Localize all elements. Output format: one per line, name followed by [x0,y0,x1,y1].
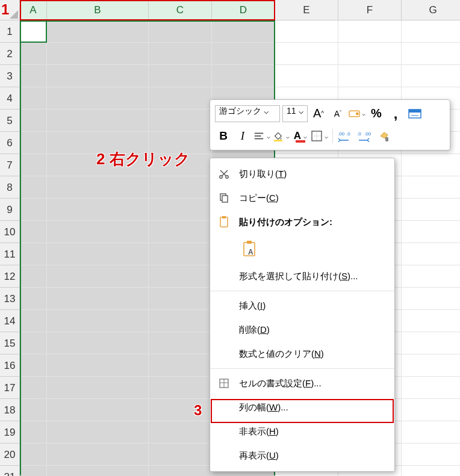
cell-B8[interactable] [47,176,149,199]
cell-C7[interactable] [149,154,212,176]
menu-copy[interactable]: コピー(C) [210,186,394,210]
cell-D2[interactable] [212,43,275,65]
cell-B2[interactable] [47,43,149,65]
row-header-19[interactable]: 19 [0,421,20,444]
cell-B1[interactable] [47,20,149,43]
cell-B18[interactable] [47,399,149,421]
font-size-select[interactable]: 11⌵ [282,105,308,122]
cell-A16[interactable] [20,354,47,377]
menu-clear[interactable]: 数式と値のクリア(N) [210,342,394,366]
cell-C4[interactable] [149,87,212,110]
cell-A18[interactable] [20,399,47,421]
cell-G13[interactable] [402,288,460,310]
comma-format-icon[interactable]: , [387,105,404,122]
row-header-17[interactable]: 17 [0,377,20,399]
cell-F1[interactable] [338,20,402,43]
cell-F2[interactable] [338,43,402,65]
row-header-7[interactable]: 7 [0,154,20,176]
row-header-20[interactable]: 20 [0,444,20,466]
cell-C9[interactable] [149,199,212,221]
row-header-13[interactable]: 13 [0,288,20,310]
cell-C8[interactable] [149,176,212,199]
cell-C11[interactable] [149,243,212,265]
cell-F3[interactable] [338,65,402,87]
cell-G2[interactable] [402,43,460,65]
cell-G18[interactable] [402,399,460,421]
bold-button[interactable]: B [215,128,232,144]
font-family-select[interactable]: 游ゴシック⌵ [215,105,280,122]
cell-B14[interactable] [47,310,149,332]
row-header-3[interactable]: 3 [0,65,20,87]
conditional-format-icon[interactable] [406,105,423,122]
cell-C19[interactable] [149,421,212,444]
cell-B19[interactable] [47,421,149,444]
cell-B9[interactable] [47,199,149,221]
cell-G15[interactable] [402,332,460,354]
row-header-2[interactable]: 2 [0,43,20,65]
cell-A10[interactable] [20,221,47,243]
row-header-18[interactable]: 18 [0,399,20,421]
increase-font-icon[interactable]: A^ [310,105,327,122]
increase-decimal-icon[interactable]: .00.0 [337,128,354,144]
align-button[interactable]: ⌵ [253,128,270,144]
row-header-10[interactable]: 10 [0,221,20,243]
cell-A4[interactable] [20,87,47,110]
cell-B21[interactable] [47,466,149,476]
cell-A6[interactable] [20,132,47,154]
cell-B10[interactable] [47,221,149,243]
cell-B4[interactable] [47,87,149,110]
row-header-5[interactable]: 5 [0,110,20,132]
cell-A3[interactable] [20,65,47,87]
cell-G8[interactable] [402,176,460,199]
cell-E2[interactable] [275,43,338,65]
cell-E1[interactable] [275,20,338,43]
cell-B5[interactable] [47,110,149,132]
italic-button[interactable]: I [234,128,251,144]
column-header-G[interactable]: G [402,0,460,20]
select-all-corner[interactable] [0,0,20,20]
decrease-font-icon[interactable]: Aˇ [329,105,346,122]
cell-G9[interactable] [402,199,460,221]
cell-G17[interactable] [402,377,460,399]
column-header-F[interactable]: F [338,0,402,20]
cell-C17[interactable] [149,377,212,399]
cell-A2[interactable] [20,43,47,65]
fill-color-button[interactable]: ⌵ [273,128,290,144]
cell-C12[interactable] [149,265,212,288]
cell-A21[interactable] [20,466,47,476]
cell-G14[interactable] [402,310,460,332]
cell-G20[interactable] [402,444,460,466]
row-header-21[interactable]: 21 [0,466,20,476]
cell-B3[interactable] [47,65,149,87]
cell-C15[interactable] [149,332,212,354]
cell-C2[interactable] [149,43,212,65]
cell-D1[interactable] [212,20,275,43]
cell-B13[interactable] [47,288,149,310]
format-painter-icon[interactable] [376,128,393,144]
cell-A13[interactable] [20,288,47,310]
cell-A17[interactable] [20,377,47,399]
cell-B6[interactable] [47,132,149,154]
cell-E3[interactable] [275,65,338,87]
row-header-1[interactable]: 1 [0,20,20,43]
row-header-16[interactable]: 16 [0,354,20,377]
cell-A12[interactable] [20,265,47,288]
cell-C14[interactable] [149,310,212,332]
menu-format-cells[interactable]: セルの書式設定(F)... [210,371,394,395]
cell-B11[interactable] [47,243,149,265]
cell-G10[interactable] [402,221,460,243]
cell-G16[interactable] [402,354,460,377]
cell-G3[interactable] [402,65,460,87]
cell-B15[interactable] [47,332,149,354]
row-header-14[interactable]: 14 [0,310,20,332]
accounting-format-icon[interactable]: ⌵ [349,105,365,122]
cell-B20[interactable] [47,444,149,466]
cell-C21[interactable] [149,466,212,476]
active-cell[interactable] [20,20,47,43]
cell-C13[interactable] [149,288,212,310]
row-header-12[interactable]: 12 [0,265,20,288]
row-header-11[interactable]: 11 [0,243,20,265]
font-color-button[interactable]: A ⌵ [292,128,309,144]
cell-D3[interactable] [212,65,275,87]
row-header-9[interactable]: 9 [0,199,20,221]
